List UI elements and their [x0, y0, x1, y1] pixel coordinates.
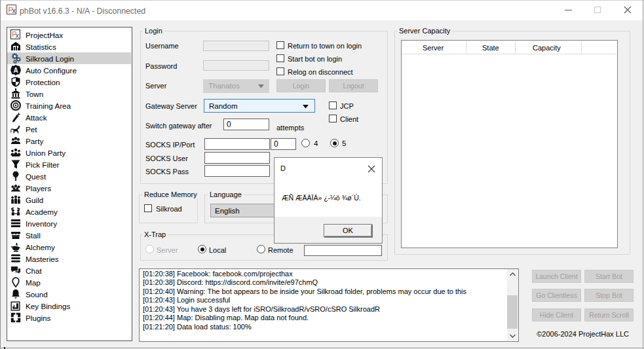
svg-text:A: A [14, 67, 18, 74]
svg-text:x: x [16, 32, 19, 39]
